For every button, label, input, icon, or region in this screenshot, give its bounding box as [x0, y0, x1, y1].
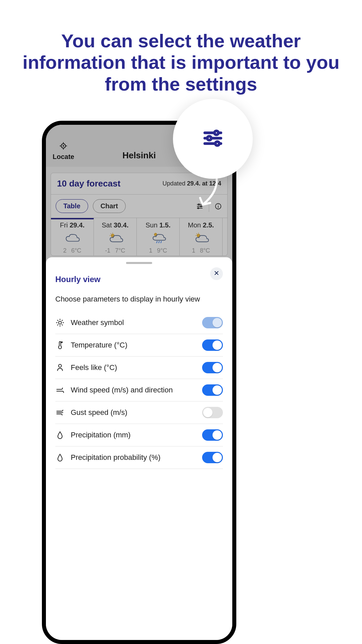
- day-column[interactable]: Mon 2.5.18°C: [180, 218, 223, 256]
- param-toggle[interactable]: [202, 429, 223, 441]
- svg-point-45: [215, 142, 219, 146]
- weather-icon: [107, 231, 124, 245]
- param-label: Precipitation (mm): [71, 431, 196, 439]
- day-label: Mon 2.5.: [188, 221, 214, 229]
- day-column[interactable]: Sat 30.4.-17°C: [94, 218, 137, 256]
- svg-point-39: [59, 364, 62, 367]
- settings-callout: [173, 99, 253, 179]
- svg-point-43: [207, 136, 211, 140]
- locate-button[interactable]: Locate: [53, 142, 74, 161]
- param-toggle[interactable]: [202, 384, 223, 396]
- svg-line-22: [161, 241, 161, 243]
- param-toggle[interactable]: [202, 407, 223, 418]
- param-label: Temperature (°C): [71, 341, 196, 350]
- svg-line-20: [157, 241, 157, 243]
- close-button[interactable]: [210, 267, 223, 280]
- weather-icon: [150, 231, 167, 245]
- param-label: Precipitation probability (%): [71, 453, 196, 462]
- sliders-icon: [202, 127, 224, 150]
- param-row: Precipitation (mm): [55, 424, 223, 446]
- svg-line-36: [57, 325, 58, 325]
- day-column[interactable]: T: [223, 218, 227, 256]
- params-list: Weather symbolTemperature (°C)Feels like…: [55, 312, 223, 469]
- param-row: Precipitation probability (%): [55, 446, 223, 469]
- svg-line-35: [62, 325, 63, 325]
- drop-icon: [55, 430, 65, 440]
- wind-icon: [55, 385, 65, 395]
- param-label: Gust speed (m/s): [71, 408, 196, 417]
- promo-headline: You can select the weather information t…: [0, 30, 362, 95]
- weather-icon: [193, 231, 209, 245]
- svg-point-41: [215, 131, 219, 135]
- svg-line-26: [196, 233, 197, 234]
- sheet-description: Choose parameters to display in hourly v…: [55, 295, 223, 304]
- day-temps: 18°C: [192, 247, 210, 254]
- param-row: Gust speed (m/s): [55, 401, 223, 424]
- day-label: Sat 30.4.: [102, 221, 128, 229]
- svg-line-21: [159, 241, 159, 243]
- drop-icon: [55, 453, 65, 462]
- sheet-drag-handle[interactable]: [126, 262, 152, 264]
- param-row: Wind speed (m/s) and direction: [55, 379, 223, 401]
- param-toggle[interactable]: [202, 317, 223, 328]
- param-toggle[interactable]: [202, 452, 223, 463]
- settings-sheet: Hourly view Choose parameters to display…: [46, 257, 232, 640]
- crosshair-icon: [59, 142, 68, 152]
- day-temps: 19°C: [149, 247, 167, 254]
- sun-icon: [55, 318, 65, 327]
- param-label: Weather symbol: [71, 318, 196, 327]
- tab-table[interactable]: Table: [56, 199, 88, 213]
- day-temps: 26°C: [63, 247, 81, 254]
- param-row: Weather symbol: [55, 312, 223, 334]
- svg-line-34: [57, 320, 58, 321]
- close-icon: [214, 270, 220, 277]
- tab-chart[interactable]: Chart: [93, 199, 126, 213]
- param-row: Feels like (°C): [55, 357, 223, 379]
- param-toggle[interactable]: [202, 362, 223, 373]
- svg-point-29: [59, 321, 62, 324]
- svg-line-18: [110, 233, 111, 234]
- sheet-title: Hourly view: [55, 275, 223, 284]
- thermometer-icon: [55, 340, 65, 350]
- person-icon: [55, 363, 65, 372]
- param-label: Feels like (°C): [71, 363, 196, 372]
- svg-point-38: [61, 342, 62, 343]
- locate-label: Locate: [53, 153, 74, 161]
- svg-point-1: [63, 145, 64, 147]
- days-strip[interactable]: Fri 29.4.26°CSat 30.4.-17°CSun 1.5.19°CM…: [51, 218, 227, 256]
- day-column[interactable]: Sun 1.5.19°C: [137, 218, 180, 256]
- svg-line-37: [62, 320, 63, 321]
- day-temps: -17°C: [105, 247, 125, 254]
- param-toggle[interactable]: [202, 339, 223, 351]
- forecast-title: 10 day forecast: [57, 178, 120, 189]
- day-label: Sun 1.5.: [145, 221, 171, 229]
- gust-icon: [55, 408, 65, 417]
- param-label: Wind speed (m/s) and direction: [71, 386, 196, 394]
- weather-icon: [64, 231, 81, 245]
- day-label: Fri 29.4.: [60, 221, 84, 229]
- location-title: Helsinki: [122, 150, 156, 161]
- param-row: Temperature (°C): [55, 334, 223, 357]
- day-column[interactable]: Fri 29.4.26°C: [51, 218, 94, 256]
